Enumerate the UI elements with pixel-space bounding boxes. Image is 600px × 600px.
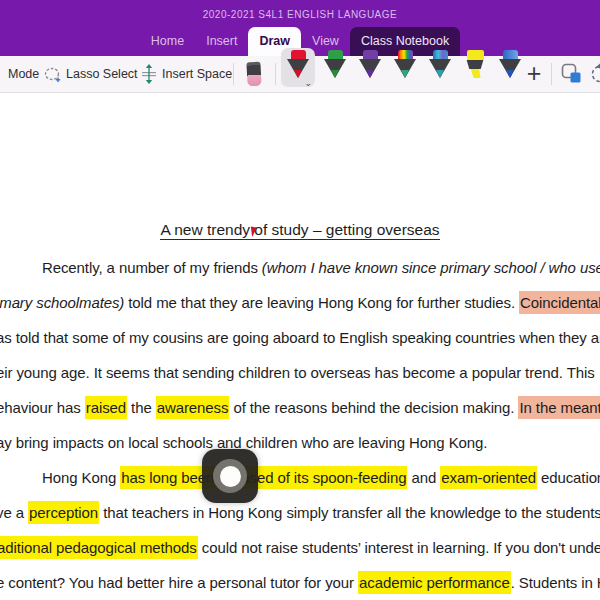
text-line-3: as told that some of my cousins are goin… (0, 327, 600, 349)
lasso-icon[interactable] (44, 67, 63, 83)
page-canvas[interactable]: A new trendy of study – getting overseas… (0, 93, 600, 600)
draw-toolbar: Mode Lasso Select Insert Space ⌄ + (0, 56, 600, 93)
body-text: . Students in Ho (511, 574, 600, 591)
text-line-5: ehaviour has raised the awareness of the… (0, 397, 600, 419)
body-text: Recently, a number of my friends (42, 259, 262, 276)
body-text: of the reasons behind the decision makin… (229, 399, 518, 416)
text-line-1: Recently, a number of my friends (whom I… (42, 257, 600, 279)
ink-to-shape-icon[interactable] (561, 63, 583, 85)
highlighted-text: Coincidentally, (519, 291, 600, 314)
body-text: (whom I have known since primary school … (262, 259, 600, 276)
body-text: education. Parent (537, 469, 600, 486)
pen-purple-glyph (358, 50, 384, 82)
highlighted-text: raised (85, 396, 127, 419)
pen-rainbow[interactable] (388, 50, 423, 82)
body-text: that teachers in Hong Kong simply transf… (99, 504, 600, 521)
pen-galaxy-glyph (428, 50, 454, 82)
body-text: imary schoolmates) (0, 294, 124, 311)
pen-galaxy[interactable] (423, 50, 458, 82)
chevron-down-icon[interactable]: ⌄ (304, 78, 312, 88)
toolbar-divider (233, 63, 234, 85)
tab-insert[interactable]: Insert (195, 27, 248, 56)
body-text: ve a (0, 504, 28, 521)
text-line-9: aditional pedagogical methods could not … (0, 537, 600, 559)
tab-home[interactable]: Home (140, 27, 195, 56)
pen-red[interactable]: ⌄ (281, 48, 315, 87)
pen-rainbow-glyph (393, 50, 419, 82)
body-text: and (407, 469, 440, 486)
touch-cursor-ring (213, 459, 247, 493)
toolbar-divider (551, 63, 552, 85)
insert-space-icon[interactable] (140, 64, 158, 84)
highlighter-yellow-glyph (463, 50, 489, 82)
body-text: ehaviour has (0, 399, 85, 416)
body-text: as told that some of my cousins are goin… (0, 329, 600, 346)
highlighted-text: academic performance (358, 571, 511, 594)
highlighted-text: perception (28, 501, 99, 524)
highlighted-text: exam-oriented (440, 466, 537, 489)
highlighted-text: awareness (156, 396, 230, 419)
mode-button[interactable]: Mode (8, 67, 39, 81)
body-text: e content? You had better hire a persona… (0, 574, 358, 591)
lasso-select-button[interactable]: Lasso Select (66, 67, 138, 81)
pen-green-glyph (323, 50, 349, 82)
pen-green[interactable] (318, 50, 353, 82)
body-text: told me that they are leaving Hong Kong … (124, 294, 519, 311)
text-line-8: ve a perception that teachers in Hong Ko… (0, 502, 600, 524)
body-text: Hong Kong (42, 469, 120, 486)
text-line-10: e content? You had better hire a persona… (0, 572, 600, 594)
highlighted-text: aditional pedagogical methods (0, 536, 198, 559)
pen-tray: ⌄ (281, 48, 528, 87)
text-line-2: imary schoolmates) told me that they are… (0, 292, 600, 314)
eraser-icon[interactable] (246, 62, 261, 87)
text-line-7: Hong Kong has long been accused of its s… (42, 467, 600, 489)
notebook-title: 2020-2021 S4L1 ENGLISH LANGUAGE (0, 9, 600, 20)
page-title: A new trendy of study – getting overseas (0, 221, 600, 239)
text-line-4: eir young age. It seems that sending chi… (0, 362, 595, 384)
insert-space-button[interactable]: Insert Space (162, 67, 232, 81)
pen-purple[interactable] (353, 50, 388, 82)
ink-replay-icon[interactable] (589, 63, 600, 85)
body-text: the (127, 399, 156, 416)
highlighter-yellow[interactable] (458, 50, 493, 82)
highlighted-text: has long been accused of its spoon-feedi… (120, 466, 407, 489)
body-text: eir young age. It seems that sending chi… (0, 364, 595, 381)
touch-cursor-dot (220, 466, 241, 487)
toolbar-divider (275, 63, 276, 85)
highlighted-text: In the meantime, (518, 396, 600, 419)
body-text: could not raise students’ interest in le… (198, 539, 600, 556)
touch-cursor (202, 449, 258, 503)
add-pen-icon[interactable]: + (520, 58, 548, 90)
